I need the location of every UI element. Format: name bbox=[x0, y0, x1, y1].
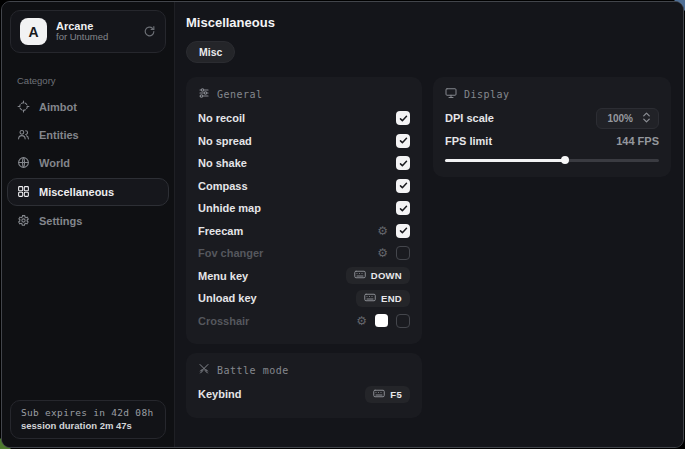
setting-row-no-shake: No shake bbox=[198, 152, 410, 175]
tab-bar: Misc bbox=[186, 41, 671, 63]
setting-label: DPI scale bbox=[445, 112, 494, 124]
setting-label: Fov changer bbox=[198, 247, 263, 259]
setting-label: Menu key bbox=[198, 270, 248, 282]
checkbox-checked[interactable] bbox=[396, 111, 410, 125]
keybind-value: DOWN bbox=[371, 270, 402, 281]
sub-expiry-text: Sub expires in 42d 08h bbox=[21, 407, 155, 418]
app-logo: A bbox=[20, 18, 47, 45]
gear-icon[interactable]: ⚙ bbox=[356, 315, 367, 327]
slider-thumb[interactable] bbox=[561, 156, 569, 164]
gear-icon bbox=[17, 214, 30, 229]
dpi-scale-select[interactable]: 100% bbox=[596, 108, 659, 129]
sidebar-item-label: Aimbot bbox=[39, 101, 77, 113]
checkbox-checked[interactable] bbox=[396, 156, 410, 170]
setting-row-menu-key: Menu key DOWN bbox=[198, 265, 410, 288]
checkbox-unchecked[interactable] bbox=[396, 246, 410, 260]
setting-row-fps-limit: FPS limit 144 FPS bbox=[445, 130, 659, 153]
monitor-icon bbox=[445, 87, 457, 101]
sidebar-item-label: World bbox=[39, 157, 70, 169]
setting-label: FPS limit bbox=[445, 135, 492, 147]
setting-row-no-spread: No spread bbox=[198, 130, 410, 153]
general-panel: General No recoil No spread No shake bbox=[186, 77, 422, 344]
setting-row-dpi-scale: DPI scale 100% bbox=[445, 107, 659, 130]
app-window: A Arcane for Untumed Category Aimbot bbox=[1, 1, 684, 448]
chevron-up-down-icon bbox=[642, 112, 651, 125]
setting-label: Unhide map bbox=[198, 202, 261, 214]
panel-title: Battle mode bbox=[217, 365, 289, 376]
logo-card: A Arcane for Untumed bbox=[10, 10, 166, 53]
slider-fill bbox=[445, 159, 565, 162]
crosshair-icon bbox=[17, 100, 30, 115]
gear-icon[interactable]: ⚙ bbox=[377, 247, 388, 259]
setting-row-crosshair: Crosshair ⚙ bbox=[198, 310, 410, 333]
setting-label: No recoil bbox=[198, 112, 245, 124]
color-swatch[interactable] bbox=[375, 314, 388, 327]
app-subtitle: for Untumed bbox=[56, 32, 134, 43]
keyboard-icon bbox=[373, 389, 385, 400]
setting-label: Compass bbox=[198, 180, 248, 192]
subscription-card: Sub expires in 42d 08h session duration … bbox=[10, 400, 166, 439]
keybind-button[interactable]: END bbox=[356, 290, 410, 307]
keyboard-icon bbox=[364, 293, 376, 304]
setting-label: No spread bbox=[198, 135, 252, 147]
sidebar-item-aimbot[interactable]: Aimbot bbox=[7, 94, 169, 120]
sliders-icon bbox=[198, 87, 210, 101]
setting-label: Freecam bbox=[198, 225, 243, 237]
session-duration-text: session duration 2m 47s bbox=[21, 420, 155, 431]
sidebar-item-miscellaneous[interactable]: Miscellaneous bbox=[7, 178, 169, 206]
panel-title: General bbox=[217, 89, 263, 100]
setting-label: Unload key bbox=[198, 292, 257, 304]
keybind-button[interactable]: DOWN bbox=[346, 267, 410, 284]
checkbox-unchecked[interactable] bbox=[396, 314, 410, 328]
keyboard-icon bbox=[354, 270, 366, 281]
display-panel: Display DPI scale 100% bbox=[433, 77, 671, 177]
fps-limit-slider[interactable] bbox=[445, 155, 659, 165]
checkbox-checked[interactable] bbox=[396, 179, 410, 193]
setting-label: Keybind bbox=[198, 388, 241, 400]
refresh-icon[interactable] bbox=[143, 25, 156, 38]
checkbox-checked[interactable] bbox=[396, 201, 410, 215]
category-label: Category bbox=[17, 75, 159, 86]
sidebar-item-label: Miscellaneous bbox=[39, 186, 114, 198]
sidebar-item-world[interactable]: World bbox=[7, 150, 169, 176]
grid-icon bbox=[17, 185, 30, 200]
battle-mode-panel: Battle mode Keybind F5 bbox=[186, 353, 422, 418]
checkbox-checked[interactable] bbox=[396, 224, 410, 238]
setting-row-no-recoil: No recoil bbox=[198, 107, 410, 130]
setting-row-fov-changer: Fov changer ⚙ bbox=[198, 242, 410, 265]
entities-icon bbox=[17, 128, 30, 143]
fps-limit-value: 144 FPS bbox=[616, 135, 659, 147]
sidebar-item-entities[interactable]: Entities bbox=[7, 122, 169, 148]
dpi-scale-value: 100% bbox=[607, 113, 633, 124]
sidebar-item-settings[interactable]: Settings bbox=[7, 208, 169, 234]
sidebar-item-label: Settings bbox=[39, 215, 82, 227]
keybind-button[interactable]: F5 bbox=[365, 386, 410, 403]
keybind-value: END bbox=[381, 293, 402, 304]
swords-icon bbox=[198, 363, 210, 377]
panel-title: Display bbox=[464, 89, 510, 100]
main-content: Miscellaneous Misc Gene bbox=[175, 2, 684, 447]
gear-icon[interactable]: ⚙ bbox=[377, 225, 388, 237]
setting-row-compass: Compass bbox=[198, 175, 410, 198]
setting-row-freecam: Freecam ⚙ bbox=[198, 220, 410, 243]
setting-row-unhide-map: Unhide map bbox=[198, 197, 410, 220]
setting-label: No shake bbox=[198, 157, 247, 169]
page-title: Miscellaneous bbox=[186, 15, 671, 30]
tab-misc[interactable]: Misc bbox=[186, 41, 235, 63]
setting-row-keybind: Keybind F5 bbox=[198, 383, 410, 406]
keybind-value: F5 bbox=[390, 389, 402, 400]
checkbox-checked[interactable] bbox=[396, 134, 410, 148]
sidebar: A Arcane for Untumed Category Aimbot bbox=[2, 2, 175, 447]
setting-label: Crosshair bbox=[198, 315, 249, 327]
setting-row-unload-key: Unload key END bbox=[198, 287, 410, 310]
globe-icon bbox=[17, 156, 30, 171]
sidebar-nav: Aimbot Entities World bbox=[2, 93, 174, 235]
sidebar-item-label: Entities bbox=[39, 129, 79, 141]
